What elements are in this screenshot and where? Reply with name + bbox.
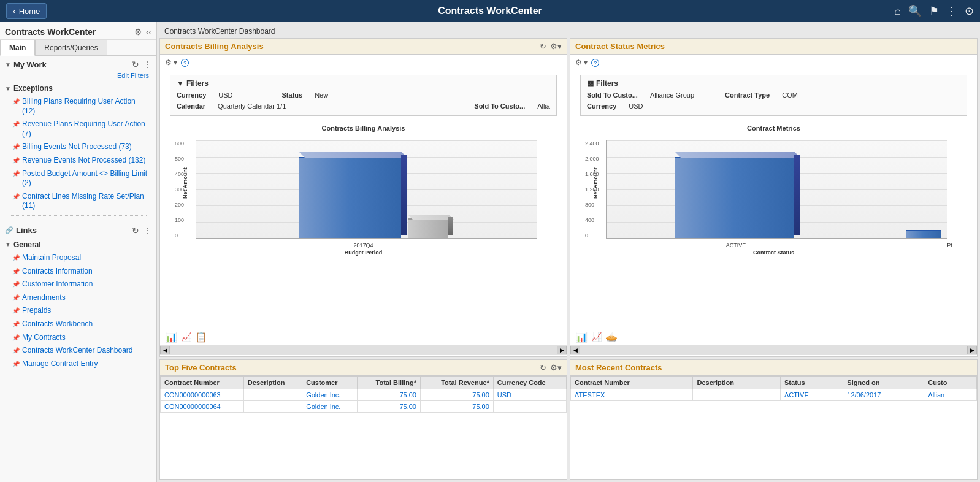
status-question-icon[interactable]: ? [591,59,599,67]
billing-analysis-panel: Contracts Billing Analysis ↻ ⚙▾ ⚙ ▾ ? ▼ … [159,38,567,357]
manage-contract-link[interactable]: Manage Contract Entry [22,359,98,369]
search-icon[interactable]: 🔍 [908,4,922,18]
home-icon[interactable]: ⌂ [894,5,901,18]
links-label: Links [16,226,37,235]
item-pin-icon: 📌 [12,143,20,150]
most-recent-panel: Most Recent Contracts Contract Number De… [570,359,978,480]
billing-question-icon[interactable]: ? [181,59,189,67]
table-row[interactable]: ATESTEX ACTIVE 12/06/2017 Allian [571,389,977,400]
maintain-proposal-link[interactable]: Maintain Proposal [22,253,81,263]
list-item[interactable]: 📌 Customer Information [5,278,151,291]
line-chart-icon[interactable]: 📈 [181,332,191,342]
list-item[interactable]: 📌 Contracts Information [5,265,151,278]
list-item[interactable]: 📌 Manage Contract Entry [5,358,151,371]
top-five-settings-icon[interactable]: ⚙▾ [550,363,562,372]
dashboard-grid: Contracts Billing Analysis ↻ ⚙▾ ⚙ ▾ ? ▼ … [157,38,980,482]
billing-analysis-header: Contracts Billing Analysis ↻ ⚙▾ [160,39,567,55]
row-customer: Golden Inc. [302,389,358,400]
revenue-events-link[interactable]: Revenue Events Not Processed (132) [22,156,145,166]
recent-status: ACTIVE [781,389,843,400]
list-item[interactable]: 📌 Contracts Workbench [5,318,151,331]
row-revenue: 75.00 [420,389,493,400]
flag-icon[interactable]: ⚑ [929,4,939,18]
billing-plans-link[interactable]: Billing Plans Requiring User Action (12) [22,97,149,116]
contract-status-panel: Contract Status Metrics ⚙ ▾ ? ▩ Filters … [570,38,978,357]
sidebar: Contracts WorkCenter ⚙ ‹‹ Main Reports/Q… [0,22,157,482]
customer-info-link[interactable]: Customer Information [22,280,93,289]
billing-gear-icon[interactable]: ⚙ ▾ [165,58,177,67]
bar-chart-icon[interactable]: 📊 [165,331,177,343]
back-button[interactable]: ‹ Home [6,3,47,19]
top-five-refresh-icon[interactable]: ↻ [540,363,546,372]
list-item[interactable]: 📌 Billing Events Not Processed (73) [5,140,151,154]
item-pin-icon: 📌 [12,294,20,301]
links-more-icon[interactable]: ⋮ [143,226,151,235]
list-item[interactable]: 📌 Revenue Plans Requiring User Action (7… [5,118,151,140]
sidebar-tabs: Main Reports/Queries [0,40,156,56]
main-layout: Contracts WorkCenter ⚙ ‹‹ Main Reports/Q… [0,22,980,482]
list-item[interactable]: 📌 Amendments [5,291,151,305]
list-item[interactable]: 📌 My Contracts [5,331,151,345]
list-item[interactable]: 📌 Billing Plans Requiring User Action (1… [5,95,151,118]
col-customer: Customer [302,376,358,389]
dashboard-link[interactable]: Contracts WorkCenter Dashboard [22,346,133,356]
tab-reports[interactable]: Reports/Queries [35,40,107,55]
recent-contract-link[interactable]: ATESTEX [575,391,605,399]
status-bar-icon[interactable]: 📊 [575,331,588,343]
amendments-link[interactable]: Amendments [22,293,66,303]
list-item[interactable]: 📌 Prepaids [5,304,151,318]
user-icon[interactable]: ⊙ [965,4,974,18]
contract-lines-link[interactable]: Contract Lines Missing Rate Set/Plan (11… [22,192,149,211]
status-bar-active [675,157,794,238]
scroll-right-arrow[interactable]: ▶ [557,346,567,354]
posted-budget-link[interactable]: Posted Budget Amount <> Billing Limit (2… [22,169,149,188]
recent-customer: Allian [924,389,977,400]
prepaids-link[interactable]: Prepaids [22,306,51,316]
status-chart-area [606,140,947,239]
col-total-revenue: Total Revenue* [420,376,493,389]
general-header: ▼ General [5,238,151,251]
billing-analysis-icons: ↻ ⚙▾ [540,42,562,51]
status-x-label: ACTIVE [726,242,746,248]
list-item[interactable]: 📌 Posted Budget Amount <> Billing Limit … [5,167,151,190]
billing-analysis-title: Contracts Billing Analysis [165,42,540,51]
my-work-refresh-icon[interactable]: ↻ [132,59,139,69]
status-scroll-left[interactable]: ◀ [570,346,580,354]
table-row[interactable]: CON00000000064 Golden Inc. 75.00 75.00 [161,400,567,412]
more-icon[interactable]: ⋮ [946,4,957,18]
status-line-icon[interactable]: 📈 [591,332,602,342]
status-pie-icon[interactable]: 🥧 [605,331,618,343]
col-description: Description [693,376,781,389]
my-work-more-icon[interactable]: ⋮ [143,59,151,69]
status-gear-icon[interactable]: ⚙ ▾ [575,58,588,67]
list-item[interactable]: 📌 Revenue Events Not Processed (132) [5,154,151,167]
tab-main[interactable]: Main [0,40,35,56]
contract-number-link[interactable]: CON00000000063 [164,391,221,399]
recent-signed-on: 12/06/2017 [843,389,924,400]
links-section: 🔗 Links ↻ ⋮ ▼ General 📌 Maintain Proposa… [0,222,156,374]
list-item[interactable]: 📌 Maintain Proposal [5,251,151,265]
links-refresh-icon[interactable]: ↻ [132,226,139,235]
contract-number-link[interactable]: CON00000000064 [164,403,221,410]
billing-refresh-icon[interactable]: ↻ [540,42,546,51]
contracts-info-link[interactable]: Contracts Information [22,267,93,277]
item-pin-icon: 📌 [12,361,20,367]
sidebar-collapse-icon[interactable]: ‹‹ [146,27,151,37]
list-item[interactable]: 📌 Contracts WorkCenter Dashboard [5,344,151,358]
item-pin-icon: 📌 [12,193,20,200]
billing-settings-icon[interactable]: ⚙▾ [550,42,562,51]
edit-filters-link[interactable]: Edit Filters [5,72,151,79]
table-chart-icon[interactable]: 📋 [195,331,207,343]
billing-chart-container: Contracts Billing Analysis Net Amount 60… [160,120,567,328]
status-scroll-right[interactable]: ▶ [967,346,977,354]
sidebar-gear-icon[interactable]: ⚙ [134,27,142,37]
revenue-plans-link[interactable]: Revenue Plans Requiring User Action (7) [22,120,149,139]
row-customer: Golden Inc. [302,400,358,412]
my-contracts-link[interactable]: My Contracts [22,333,66,343]
billing-events-link[interactable]: Billing Events Not Processed (73) [22,142,132,152]
billing-filter-row2: Calendar Quarterly Calendar 1/1 Sold To … [177,101,550,112]
contracts-workbench-link[interactable]: Contracts Workbench [22,319,93,329]
scroll-left-arrow[interactable]: ◀ [160,346,170,354]
list-item[interactable]: 📌 Contract Lines Missing Rate Set/Plan (… [5,190,151,213]
table-row[interactable]: CON00000000063 Golden Inc. 75.00 75.00 U… [161,389,567,400]
